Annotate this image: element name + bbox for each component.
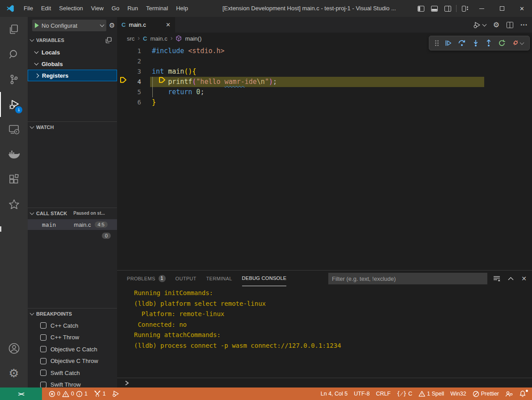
menu-go[interactable]: Go (108, 0, 123, 17)
checkbox[interactable] (40, 334, 46, 341)
continue-button[interactable] (444, 39, 452, 47)
sidebar-item-remote-explorer[interactable] (0, 117, 28, 142)
warning-count: 0 (71, 391, 74, 397)
breakpoint-swift-catch[interactable]: Swift Catch (28, 367, 117, 379)
stack-frame-row[interactable]: main main.c 4:5 (28, 219, 117, 230)
menu-help[interactable]: Help (172, 0, 192, 17)
sidebar-item-explorer[interactable] (0, 17, 28, 42)
tab-debug-console[interactable]: DEBUG CONSOLE (242, 271, 287, 286)
debug-console-output[interactable]: Running initCommands: (lldb) platform se… (117, 286, 532, 369)
breakpoint-objc-catch[interactable]: Objective C Catch (28, 343, 117, 355)
tab-problems[interactable]: PROBLEMS 1 (127, 271, 166, 286)
menu-run[interactable]: Run (123, 0, 142, 17)
step-into-button[interactable] (472, 39, 479, 47)
copy-value-icon[interactable] (105, 37, 112, 43)
breakpoint-objc-throw[interactable]: Objective C Throw (28, 355, 117, 367)
toggle-secondary-sidebar-icon[interactable] (441, 0, 454, 17)
circle-slash-icon (473, 391, 479, 397)
menu-selection[interactable]: Selection (55, 0, 87, 17)
tab-output[interactable]: OUTPUT (176, 271, 197, 286)
platform-status[interactable]: Win32 (447, 388, 469, 400)
variables-scope-locals[interactable]: Locals (28, 46, 117, 58)
split-editor-icon[interactable] (507, 22, 513, 28)
breadcrumb-src[interactable]: src (127, 35, 134, 42)
code-line-5: 5 return 0; (117, 87, 532, 97)
console-input-row[interactable] (117, 378, 532, 388)
close-panel-icon[interactable]: ✕ (521, 275, 527, 282)
tab-terminal[interactable]: TERMINAL (206, 271, 232, 286)
checkbox[interactable] (40, 370, 46, 376)
run-or-debug-button[interactable] (473, 21, 486, 29)
scope-label: Locals (42, 49, 60, 56)
toggle-sidebar-icon[interactable] (414, 0, 427, 17)
clear-console-icon[interactable] (493, 275, 500, 282)
menu-view[interactable]: View (87, 0, 108, 17)
restart-button[interactable] (498, 39, 506, 47)
variables-scope-registers[interactable]: Registers (28, 70, 117, 81)
breakpoint-cpp-catch[interactable]: C++ Catch (28, 320, 117, 332)
minimize-button[interactable] (472, 0, 492, 17)
current-statement-inline-arrow-icon[interactable] (158, 76, 166, 83)
warning-icon (62, 391, 69, 397)
variables-section-header[interactable]: VARIABLES (28, 35, 117, 46)
sidebar-item-extensions[interactable] (0, 167, 28, 192)
configure-gear-icon[interactable]: ⚙ (109, 21, 115, 29)
sidebar-item-docker[interactable] (0, 142, 28, 167)
more-actions-icon[interactable]: ··· (520, 21, 528, 29)
call-stack-section-header[interactable]: CALL STACK Paused on st... (28, 208, 117, 218)
menu-file[interactable]: File (20, 0, 37, 17)
sidebar-item-source-control[interactable] (0, 67, 28, 92)
tools-status[interactable]: 1 (91, 388, 109, 400)
tab-main-c[interactable]: C main.c ✕ (117, 17, 175, 33)
eol-sequence[interactable]: CRLF (373, 388, 394, 400)
encoding[interactable]: UTF-8 (351, 388, 373, 400)
current-statement-gutter-arrow-icon[interactable] (119, 76, 127, 83)
breakpoints-section-header[interactable]: BREAKPOINTS (28, 308, 117, 319)
maximize-panel-icon[interactable] (508, 277, 514, 280)
maximize-button[interactable] (492, 0, 512, 17)
remote-indicator[interactable]: >< (0, 388, 42, 400)
spell-checker-status[interactable]: 1 Spell (415, 388, 447, 400)
console-filter-input[interactable] (328, 273, 487, 284)
open-settings-icon[interactable]: ⚙ (493, 21, 499, 29)
close-tab-icon[interactable]: ✕ (166, 21, 171, 28)
call-stack-status: Paused on st... (73, 211, 105, 216)
start-debugging-icon[interactable] (35, 23, 39, 28)
accounts-button[interactable] (0, 336, 28, 361)
breadcrumb-symbol[interactable]: main() (185, 35, 201, 42)
debug-status[interactable] (109, 388, 123, 400)
variables-scope-globals[interactable]: Globals (28, 58, 117, 70)
watch-section-header[interactable]: WATCH (28, 121, 117, 132)
breakpoint-cpp-throw[interactable]: C++ Throw (28, 332, 117, 344)
customize-layout-icon[interactable] (458, 0, 472, 17)
step-out-button[interactable] (485, 39, 492, 47)
sidebar-item-search[interactable] (0, 42, 28, 67)
problems-status[interactable]: 0 0 1 (46, 388, 91, 400)
breadcrumb-file[interactable]: main.c (150, 35, 167, 42)
step-over-button[interactable] (458, 39, 466, 47)
sidebar-item-favorites[interactable] (0, 192, 28, 217)
notifications-button[interactable] (516, 388, 529, 400)
feedback-button[interactable] (502, 388, 516, 400)
language-mode[interactable]: {̷} C (394, 388, 415, 400)
drag-handle-icon[interactable] (435, 40, 439, 46)
editor-region: C main.c ✕ ⚙ ··· src › C main.c › (117, 17, 532, 388)
menu-terminal[interactable]: Terminal (142, 0, 172, 17)
checkbox[interactable] (40, 358, 46, 364)
launch-configuration-dropdown[interactable]: No Configurat (32, 20, 106, 31)
sidebar-item-run-and-debug[interactable]: 1 (0, 92, 28, 117)
window-edge-marker (0, 226, 1, 232)
disconnect-button[interactable] (511, 39, 524, 47)
formatter-status[interactable]: Prettier (469, 388, 502, 400)
cursor-position[interactable]: Ln 4, Col 5 (318, 388, 351, 400)
checkbox[interactable] (40, 346, 46, 352)
manage-button[interactable]: ⚙ (0, 361, 28, 386)
menu-edit[interactable]: Edit (37, 0, 55, 17)
checkbox[interactable] (40, 322, 46, 329)
toggle-panel-icon[interactable] (427, 0, 441, 17)
code-editor[interactable]: 1 #include <stdio.h> 2 3 int main(){ 4 p… (117, 44, 532, 270)
launch-configuration-label: No Configurat (42, 22, 98, 29)
close-button[interactable]: ✕ (512, 0, 532, 17)
titlebar-controls: ✕ (414, 0, 532, 17)
checkbox[interactable] (40, 382, 46, 388)
